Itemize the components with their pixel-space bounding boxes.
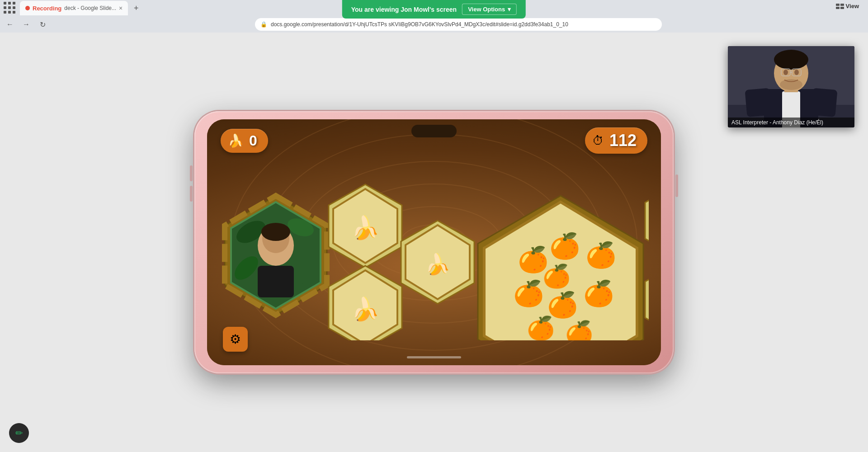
- phone-mockup: 🍌 0 ⏱ 112: [194, 111, 674, 373]
- view-button-area[interactable]: View: [836, 3, 859, 9]
- svg-text:player: player: [269, 296, 282, 301]
- tab-title: deck - Google Slide...: [64, 5, 116, 11]
- svg-text:🍊: 🍊: [565, 319, 594, 340]
- grid-dot: [8, 11, 11, 14]
- video-person-label: ASL Interpreter - Anthony Diaz (He/Él): [728, 118, 854, 127]
- hex-grid-area: player 🍌 🍌: [207, 157, 661, 365]
- svg-marker-40: [645, 264, 649, 336]
- screen-share-message: You are viewing Jon Mowl's screen: [351, 6, 457, 13]
- reload-button[interactable]: ↻: [36, 18, 49, 31]
- pencil-button[interactable]: ✏: [9, 423, 29, 443]
- grid-dot: [13, 2, 15, 5]
- browser-tab[interactable]: Recording deck - Google Slide... ×: [20, 1, 128, 15]
- grid-dot: [13, 6, 15, 9]
- grid-dot: [8, 2, 11, 5]
- svg-rect-1: [840, 4, 844, 6]
- svg-text:🍊: 🍊: [585, 240, 617, 270]
- url-text: docs.google.com/presentation/d/1Y-UhjUTc…: [271, 21, 568, 28]
- game-content: 🍌 0 ⏱ 112: [207, 119, 661, 365]
- browser-chrome: You are viewing Jon Mowl's screen View O…: [0, 0, 868, 33]
- grid-dot: [4, 2, 6, 5]
- svg-text:🍌: 🍌: [351, 296, 380, 323]
- home-indicator[interactable]: [407, 356, 461, 358]
- svg-text:🍊: 🍊: [527, 315, 555, 340]
- chevron-down-icon: ▾: [508, 6, 511, 13]
- hex-mid-top-left: 🍌: [329, 184, 402, 268]
- pencil-icon: ✏: [15, 428, 23, 438]
- hex-mid-center: 🍌: [401, 221, 474, 304]
- hex-right-top: 🍌: [645, 184, 649, 257]
- tab-close-button[interactable]: ×: [119, 5, 123, 12]
- view-grid-icon: [836, 4, 844, 9]
- svg-rect-50: [745, 88, 772, 117]
- hex-grid-svg: player 🍌 🍌: [219, 182, 649, 340]
- svg-text:🍊: 🍊: [583, 279, 614, 308]
- svg-text:🍊: 🍊: [549, 231, 580, 261]
- svg-point-52: [783, 70, 788, 75]
- svg-point-14: [261, 223, 290, 241]
- volume-up-button: [190, 165, 193, 181]
- new-tab-button[interactable]: +: [130, 2, 142, 14]
- svg-rect-51: [810, 88, 837, 117]
- main-content: 🍌 0 ⏱ 112: [0, 33, 868, 452]
- grid-dot: [4, 6, 6, 9]
- svg-text:🍊: 🍊: [542, 263, 571, 290]
- timer-value: 112: [609, 131, 637, 150]
- orange-hex: 🍊 🍊 🍊 🍊 🍊 🍊 🍊 🍊 🍊: [478, 196, 643, 340]
- back-button[interactable]: ←: [4, 18, 16, 31]
- hex-right-bottom: 🍌: [645, 264, 649, 336]
- view-options-button[interactable]: View Options ▾: [462, 4, 517, 15]
- svg-point-53: [794, 70, 799, 75]
- score-badge: 🍌 0: [221, 129, 268, 153]
- svg-rect-3: [840, 7, 844, 9]
- svg-text:🍌: 🍌: [425, 252, 451, 277]
- address-bar-row: ← → ↻ 🔒 docs.google.com/presentation/d/1…: [0, 16, 868, 33]
- video-overlay: ASL Interpreter - Anthony Diaz (He/Él): [728, 46, 854, 127]
- phone-screen: 🍌 0 ⏱ 112: [207, 119, 661, 365]
- score-value: 0: [249, 132, 257, 149]
- svg-rect-0: [836, 4, 840, 6]
- phone-bottom-bar: [407, 353, 461, 362]
- grid-dot: [8, 6, 11, 9]
- settings-gear-icon: ⚙: [230, 332, 241, 347]
- person-svg: [728, 46, 854, 127]
- address-bar[interactable]: 🔒 docs.google.com/presentation/d/1Y-UhjU…: [255, 18, 662, 31]
- svg-marker-37: [645, 184, 649, 257]
- power-button: [675, 174, 678, 197]
- svg-text:🍊: 🍊: [513, 279, 544, 308]
- svg-point-54: [780, 79, 802, 90]
- grid-dot: [4, 11, 6, 14]
- forward-button[interactable]: →: [20, 18, 33, 31]
- timer-stopwatch-icon: ⏱: [592, 134, 604, 148]
- hex-mid-bottom-left: 🍌: [329, 266, 402, 340]
- banana-score-icon: 🍌: [228, 133, 244, 148]
- recording-label: Recording: [33, 5, 61, 12]
- apps-grid-icon[interactable]: [4, 2, 16, 14]
- screen-share-banner: You are viewing Jon Mowl's screen View O…: [342, 0, 526, 19]
- grid-dot: [13, 11, 15, 14]
- dynamic-island: [411, 125, 457, 137]
- security-icon: 🔒: [260, 21, 267, 28]
- view-options-label: View Options: [468, 6, 505, 13]
- svg-point-49: [774, 50, 808, 70]
- svg-text:🍌: 🍌: [351, 214, 380, 241]
- recording-indicator: [25, 6, 30, 10]
- video-person: [728, 46, 854, 127]
- player-hex: player: [225, 196, 327, 315]
- volume-down-button: [190, 186, 193, 202]
- view-label: View: [846, 3, 859, 9]
- svg-rect-15: [258, 266, 294, 297]
- timer-badge: ⏱ 112: [585, 127, 647, 154]
- svg-rect-2: [836, 7, 840, 9]
- settings-button[interactable]: ⚙: [223, 327, 248, 352]
